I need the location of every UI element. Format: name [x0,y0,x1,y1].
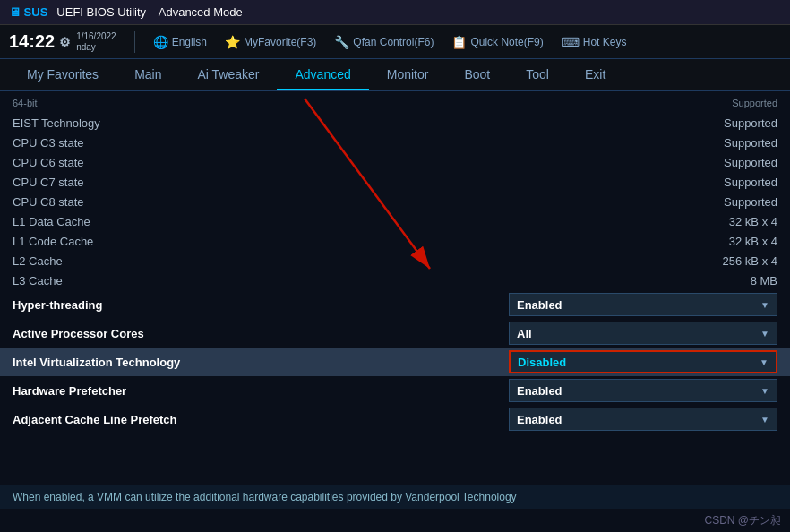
setting-name-processor-cores: Active Processor Cores [13,327,144,340]
hyperthreading-arrow-icon: ▼ [760,300,769,310]
hw-prefetcher-dropdown[interactable]: Enabled ▼ [509,379,777,402]
setting-row-l1code: L1 Code Cache 32 kB x 4 [0,231,790,251]
setting-value-l2cache: 256 kB x 4 [670,254,777,268]
settings-gear-icon[interactable]: ⚙ [59,35,71,49]
setting-row-l1data: L1 Data Cache 32 kB x 4 [0,211,790,231]
setting-row-cpuc8: CPU C8 state Supported [0,192,790,211]
setting-value-l3cache: 8 MB [670,274,777,287]
setting-name-eist: EIST Technology [13,116,100,130]
setting-name-l1code: L1 Code Cache [13,235,93,248]
time-value: 14:22 [9,31,55,52]
setting-name-cache-prefetch: Adjacent Cache Line Prefetch [13,413,177,426]
qfan-button[interactable]: 🔧 Qfan Control(F6) [334,35,434,49]
setting-row-virtualization: Intel Virtualization Technology Disabled… [0,348,790,376]
note-icon: 📋 [451,35,467,49]
nav-main[interactable]: Main [116,60,179,90]
cache-prefetch-value: Enabled [517,413,562,426]
settings-panel: 64-bit Supported EIST Technology Support… [0,91,790,532]
nav-ai-tweaker[interactable]: Ai Tweaker [179,60,277,90]
virtualization-arrow-icon: ▼ [760,357,769,367]
hotkeys-button[interactable]: ⌨ Hot Keys [562,35,627,49]
setting-value-cpuc6: Supported [670,156,777,169]
navigation-bar: My Favorites Main Ai Tweaker Advanced Mo… [0,59,790,91]
globe-icon: 🌐 [153,35,168,49]
setting-name-hw-prefetcher: Hardware Prefetcher [13,384,126,398]
toolbar-divider [134,31,135,53]
description-bar: When enabled, a VMM can utilize the addi… [0,485,790,509]
cache-prefetch-dropdown[interactable]: Enabled ▼ [509,408,777,431]
setting-name-cpuc7: CPU C7 state [13,176,83,189]
setting-name-cpuc8: CPU C8 state [13,195,83,209]
setting-row-cpuc7: CPU C7 state Supported [0,172,790,192]
setting-row-hyperthreading: Hyper-threading Enabled ▼ [0,290,790,319]
hw-prefetcher-value: Enabled [517,384,562,398]
nav-monitor[interactable]: Monitor [369,60,447,90]
nav-boot[interactable]: Boot [446,60,508,90]
setting-row-cpuc3: CPU C3 state Supported [0,133,790,152]
setting-name-l1data: L1 Data Cache [13,215,90,228]
setting-value-l1code: 32 kB x 4 [670,235,777,248]
setting-row-l2cache: L2 Cache 256 kB x 4 [0,251,790,270]
setting-name-cpuc3: CPU C3 state [13,136,83,150]
virtualization-dropdown[interactable]: Disabled ▼ [509,350,777,373]
window-title: UEFI BIOS Utility – Advanced Mode [56,5,242,19]
toolbar: 14:22 ⚙ 1/16/2022 nday 🌐 English ⭐ MyFav… [0,25,790,59]
nav-my-favorites[interactable]: My Favorites [9,60,116,90]
datetime-display: 14:22 ⚙ [9,31,71,52]
hyperthreading-value: Enabled [517,298,562,312]
processor-cores-dropdown[interactable]: All ▼ [509,322,777,345]
myfavorite-button[interactable]: ⭐ MyFavorite(F3) [225,35,316,49]
date-display: 1/16/2022 nday [76,31,116,53]
setting-row-cpuc6: CPU C6 state Supported [0,152,790,172]
virtualization-value: Disabled [518,356,566,369]
cache-prefetch-arrow-icon: ▼ [760,415,769,425]
setting-value-cpuc3: Supported [670,136,777,150]
setting-value-cpuc7: Supported [670,176,777,189]
watermark: CSDN @チン昶 [704,513,781,528]
setting-value-64bit: Supported [670,98,777,108]
processor-cores-arrow-icon: ▼ [760,329,769,339]
description-text: When enabled, a VMM can utilize the addi… [13,491,517,503]
quicknote-button[interactable]: 📋 Quick Note(F9) [451,35,543,49]
setting-value-l1data: 32 kB x 4 [670,215,777,228]
setting-value-eist: Supported [670,116,777,130]
keyboard-icon: ⌨ [562,35,580,49]
nav-advanced[interactable]: Advanced [277,60,368,90]
setting-row-eist: EIST Technology Supported [0,113,790,133]
setting-name-64bit: 64-bit [13,98,38,108]
setting-value-cpuc8: Supported [670,195,777,209]
setting-row-processor-cores: Active Processor Cores All ▼ [0,319,790,348]
nav-exit[interactable]: Exit [567,60,623,90]
star-icon: ⭐ [225,35,240,49]
setting-row-l3cache: L3 Cache 8 MB [0,270,790,290]
title-bar: 🖥 SUS UEFI BIOS Utility – Advanced Mode [0,0,790,25]
setting-name-hyperthreading: Hyper-threading [13,298,102,312]
language-selector[interactable]: 🌐 English [153,35,207,49]
setting-name-cpuc6: CPU C6 state [13,156,83,169]
setting-row-64bit: 64-bit Supported [0,93,790,113]
hw-prefetcher-arrow-icon: ▼ [760,386,769,396]
processor-cores-value: All [517,327,532,340]
nav-tool[interactable]: Tool [508,60,567,90]
asus-logo: 🖥 SUS [9,5,47,19]
setting-row-cache-prefetch: Adjacent Cache Line Prefetch Enabled ▼ [0,405,790,433]
setting-name-l3cache: L3 Cache [13,274,63,287]
main-content: 64-bit Supported EIST Technology Support… [0,91,790,532]
fan-icon: 🔧 [334,35,349,49]
setting-row-hw-prefetcher: Hardware Prefetcher Enabled ▼ [0,376,790,405]
setting-name-l2cache: L2 Cache [13,254,63,268]
hyperthreading-dropdown[interactable]: Enabled ▼ [509,293,777,316]
setting-name-virtualization: Intel Virtualization Technology [13,356,180,369]
